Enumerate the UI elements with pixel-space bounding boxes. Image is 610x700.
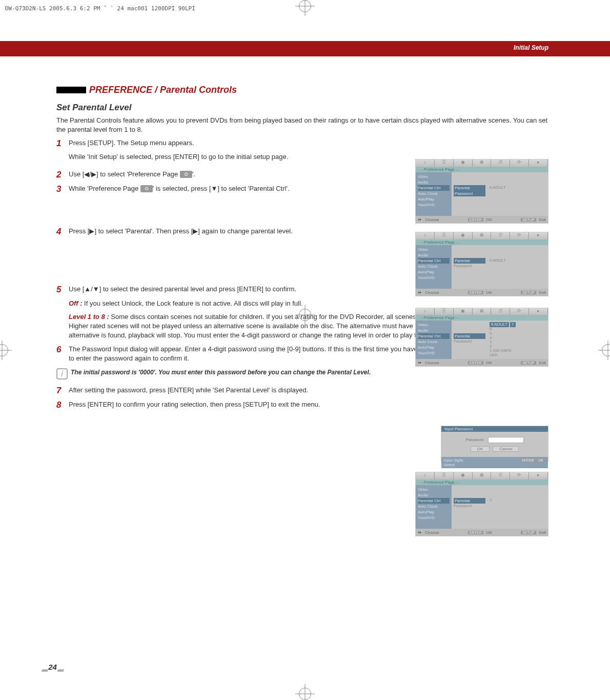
- arrows-icon: ⬌: [418, 217, 422, 222]
- foot-ok: OK: [486, 217, 493, 222]
- level-option: 1 KID SAFE: [490, 349, 546, 353]
- mid-item: Password: [454, 191, 485, 196]
- setup-key-icon: SETUP: [521, 361, 536, 365]
- level-option: 4: [490, 336, 546, 340]
- off-label: Off :: [69, 299, 82, 307]
- side-item: Auto Clock: [418, 191, 450, 196]
- info-icon: i: [56, 368, 68, 379]
- side-item: Auto Clock: [418, 504, 450, 509]
- pw-hint1: Input digits: [443, 458, 463, 463]
- foot-choose: Choose: [425, 217, 439, 222]
- value: 8 ADULT: [490, 185, 546, 190]
- step-num: 3: [56, 184, 69, 194]
- level-label: Level 1 to 8 :: [69, 313, 109, 321]
- print-header: DW-Q73D2N-LS 2005.6.3 6:2 PM ˘ ` 24 mac0…: [5, 5, 195, 12]
- registration-mark-icon: [0, 344, 8, 356]
- content-area: PREFERENCE / Parental Controls Set Paren…: [56, 85, 548, 414]
- step-7: 7 After setting the password, press [ENT…: [56, 386, 548, 396]
- level-option: 5: [490, 332, 546, 336]
- level-option: OFF: [490, 353, 546, 357]
- osd-pref-after-set: ♪☰◉✿⏱⟳▸ - - Preference Page - - Video Au…: [415, 472, 548, 536]
- gear-icon: ✿: [180, 171, 192, 178]
- pw-hint2: Select: [443, 463, 455, 467]
- mid-item-selected: Parental: [454, 498, 485, 504]
- osd-pref-level-list: ♪☰◉✿⏱⟳▸ - - Preference Page - - Video Au…: [415, 308, 548, 367]
- foot-choose: Choose: [425, 290, 439, 295]
- foot-exit: Exit: [539, 290, 546, 295]
- osd-pref-parental-selected: ♪☰◉✿⏱⟳▸ - - Preference Page - - Video Au…: [415, 232, 548, 296]
- side-item: Audio: [418, 252, 450, 258]
- pw-ok: OK: [471, 446, 490, 452]
- step-3-text-a: While 'Preference Page: [69, 185, 140, 192]
- section-title-bar: PREFERENCE / Parental Controls: [56, 85, 548, 95]
- mid-item: Password: [454, 264, 485, 268]
- crumb: - - Preference Page - -: [416, 239, 548, 245]
- side-item-selected: Parental Ctrl: [418, 258, 450, 264]
- step-num: 7: [56, 386, 69, 396]
- banner-label: Initial Setup: [514, 44, 548, 51]
- level-option: 6: [490, 327, 546, 331]
- side-item: Video: [418, 247, 450, 252]
- side-item: AutoPlay: [418, 196, 450, 202]
- setup-key-icon: SETUP: [521, 531, 536, 534]
- step-num: 1: [56, 138, 69, 149]
- pw-cancel: Cancel: [493, 446, 519, 452]
- enter-key-icon: ENTER: [468, 531, 483, 534]
- crumb: - - Preference Page - -: [416, 479, 548, 485]
- side-item: Video: [418, 487, 450, 492]
- level-option: 7: [510, 322, 515, 327]
- gear-icon: ✿: [140, 185, 153, 192]
- note-text: The initial password is '0000'. You must…: [71, 368, 371, 376]
- side-item: Auto Clock: [418, 339, 450, 345]
- page-number: ▂ 24 ▂: [42, 663, 63, 672]
- level-option-selected: 8 ADULT: [490, 322, 509, 327]
- subtitle: Set Parental Level: [56, 103, 548, 113]
- note: i The initial password is '0000'. You mu…: [56, 368, 548, 379]
- side-item: YourDVD: [418, 275, 450, 281]
- crumb: - - Preference Page - -: [416, 167, 548, 172]
- registration-mark-icon: [602, 344, 610, 356]
- step-num: 5: [56, 285, 69, 295]
- mid-item-selected: Parental: [454, 258, 485, 264]
- step-1-line1: Press [SETUP]. The Setup menu appears.: [69, 138, 548, 148]
- step-8: 8 Press [ENTER] to confirm your rating s…: [56, 400, 548, 410]
- osd-pref-parental-ctrl: ♪☰◉✿⏱⟳▸ - - Preference Page - - Video Au…: [415, 159, 548, 224]
- registration-mark-icon: [299, 688, 311, 700]
- side-item: YourDVD: [418, 515, 450, 521]
- enter-key-icon: ENTER: [520, 458, 536, 462]
- intro-text: The Parental Controls feature allows you…: [56, 116, 548, 134]
- side-item: YourDVD: [418, 350, 450, 356]
- side-item: Audio: [418, 179, 450, 185]
- step-2-text-b: '.: [192, 170, 195, 178]
- foot-ok: OK: [486, 530, 493, 535]
- value: 7: [490, 498, 546, 503]
- pw-title: Input Password: [441, 426, 548, 432]
- off-text: If you select Unlock, the Lock feature i…: [82, 299, 302, 307]
- enter-key-icon: ENTER: [468, 218, 483, 222]
- pw-ok-hint: OK: [537, 458, 545, 462]
- setup-key-icon: SETUP: [521, 291, 536, 294]
- enter-key-icon: ENTER: [468, 361, 483, 365]
- side-item: AutoPlay: [418, 269, 450, 275]
- value: 8 ADULT: [490, 258, 546, 263]
- step-num: 6: [56, 345, 69, 355]
- setup-key-icon: SETUP: [521, 218, 536, 222]
- side-item: Audio: [418, 328, 450, 333]
- arrows-icon: ⬌: [418, 360, 422, 365]
- crumb: - - Preference Page - -: [416, 315, 548, 321]
- enter-key-icon: ENTER: [468, 291, 483, 294]
- mid-item: Parental: [454, 185, 485, 191]
- mid-item-selected: Parental: [454, 333, 485, 339]
- side-item-selected: Parental Ctrl: [418, 333, 450, 339]
- pw-label: Password: [465, 437, 483, 442]
- osd-password-dialog: Input Password Password OKCancel Input d…: [441, 426, 548, 462]
- registration-mark-icon: [299, 309, 311, 321]
- side-item-selected: Parental Ctrl: [418, 185, 450, 191]
- step-3-text-b: ' is selected, press [▼] to select 'Pare…: [153, 185, 290, 192]
- side-item: Audio: [418, 492, 450, 498]
- mid-item: Password: [454, 504, 485, 508]
- foot-choose: Choose: [425, 530, 439, 535]
- side-item: Video: [418, 174, 450, 179]
- banner: Initial Setup: [0, 41, 610, 56]
- step-8-text: Press [ENTER] to confirm your rating sel…: [69, 400, 548, 409]
